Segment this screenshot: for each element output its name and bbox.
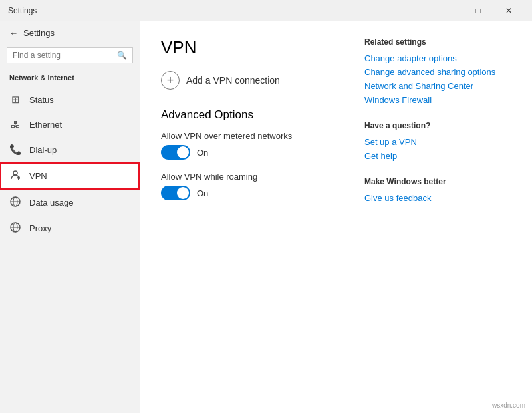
option2-toggle-row: On	[161, 186, 338, 200]
sidebar-item-dialup[interactable]: 📞 Dial-up	[0, 137, 140, 162]
option1-label: Allow VPN over metered networks	[161, 131, 338, 141]
better-link-0[interactable]: Give us feedback	[364, 193, 511, 203]
option2-toggle-text: On	[197, 188, 208, 198]
better-section: Make Windows better Give us feedback	[364, 177, 511, 203]
related-link-2[interactable]: Network and Sharing Center	[364, 81, 511, 91]
minimize-button[interactable]: ─	[432, 0, 463, 21]
search-input[interactable]	[13, 51, 117, 60]
content-left: VPN + Add a VPN connection Advanced Opti…	[161, 37, 338, 397]
page-title: VPN	[161, 37, 338, 58]
search-box[interactable]: 🔍	[7, 47, 133, 63]
plus-icon: +	[161, 71, 180, 90]
option1-toggle-row: On	[161, 145, 338, 160]
sidebar-back-label: Settings	[23, 28, 55, 38]
sidebar-item-label-proxy: Proxy	[29, 223, 51, 233]
question-link-0[interactable]: Set up a VPN	[364, 137, 511, 147]
titlebar: Settings ─ □ ✕	[0, 0, 532, 21]
related-link-0[interactable]: Change adapter options	[364, 53, 511, 63]
advanced-options-heading: Advanced Options	[161, 108, 338, 122]
question-section: Have a question? Set up a VPN Get help	[364, 121, 511, 161]
sidebar-item-label-vpn: VPN	[29, 171, 47, 181]
question-link-1[interactable]: Get help	[364, 151, 511, 161]
option1-toggle[interactable]	[161, 145, 190, 160]
maximize-button[interactable]: □	[463, 0, 493, 21]
right-panel: Related settings Change adapter options …	[364, 37, 511, 397]
back-icon: ←	[9, 28, 18, 38]
search-icon: 🔍	[117, 51, 127, 60]
data-usage-icon	[9, 196, 21, 209]
main-content: VPN + Add a VPN connection Advanced Opti…	[140, 21, 532, 413]
sidebar-item-label-status: Status	[29, 95, 54, 105]
related-link-1[interactable]: Change advanced sharing options	[364, 67, 511, 77]
ethernet-icon: 🖧	[9, 119, 21, 130]
option2-label: Allow VPN while roaming	[161, 172, 338, 182]
related-link-3[interactable]: Windows Firewall	[364, 95, 511, 105]
sidebar-item-data-usage[interactable]: Data usage	[0, 190, 140, 215]
svg-rect-2	[18, 178, 19, 180]
close-button[interactable]: ✕	[493, 0, 524, 21]
titlebar-controls: ─ □ ✕	[432, 0, 524, 21]
sidebar-item-ethernet[interactable]: 🖧 Ethernet	[0, 112, 140, 137]
sidebar-item-label-ethernet: Ethernet	[29, 120, 62, 130]
sidebar-item-status[interactable]: ⊞ Status	[0, 87, 140, 112]
sidebar-back-button[interactable]: ← Settings	[0, 21, 140, 45]
option2-toggle[interactable]	[161, 186, 190, 200]
sidebar-item-proxy[interactable]: Proxy	[0, 215, 140, 241]
svg-point-0	[13, 171, 17, 175]
sidebar: ← Settings 🔍 Network & Internet ⊞ Status…	[0, 21, 140, 413]
related-settings-section: Related settings Change adapter options …	[364, 37, 511, 105]
add-vpn-button[interactable]: + Add a VPN connection	[161, 71, 338, 90]
proxy-icon	[9, 222, 21, 235]
sidebar-item-vpn[interactable]: VPN	[0, 162, 140, 190]
better-title: Make Windows better	[364, 177, 511, 186]
vpn-icon	[9, 169, 21, 183]
app-container: ← Settings 🔍 Network & Internet ⊞ Status…	[0, 21, 532, 413]
related-settings-title: Related settings	[364, 37, 511, 47]
dialup-icon: 📞	[9, 144, 21, 156]
option1-toggle-text: On	[197, 148, 208, 158]
sidebar-item-label-data-usage: Data usage	[29, 198, 74, 207]
sidebar-section-title: Network & Internet	[0, 70, 140, 87]
watermark: wsxdn.com	[492, 402, 525, 409]
question-title: Have a question?	[364, 121, 511, 130]
titlebar-title: Settings	[8, 6, 432, 15]
add-vpn-label: Add a VPN connection	[186, 75, 280, 86]
sidebar-item-label-dialup: Dial-up	[29, 145, 57, 155]
status-icon: ⊞	[9, 94, 21, 106]
